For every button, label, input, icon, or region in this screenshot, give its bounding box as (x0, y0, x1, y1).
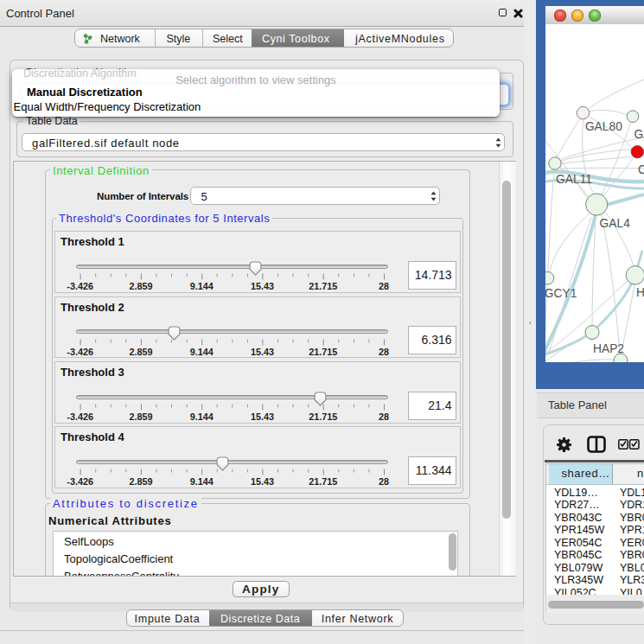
svg-text:GAL80: GAL80 (585, 120, 622, 133)
svg-text:GA: GA (634, 128, 644, 141)
svg-text:HAP2: HAP2 (593, 342, 624, 355)
svg-text:GAL11: GAL11 (556, 173, 592, 186)
svg-text:C: C (638, 163, 644, 176)
svg-text:GAL4: GAL4 (600, 217, 631, 230)
svg-text:H: H (636, 286, 644, 299)
svg-text:GCY1: GCY1 (545, 287, 577, 300)
